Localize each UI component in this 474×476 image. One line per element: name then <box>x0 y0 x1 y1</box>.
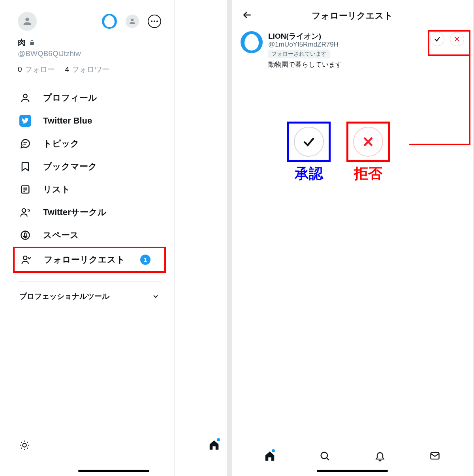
drawer-menu-list: プロフィール Twitter Blue トピック <box>18 86 161 273</box>
notification-dot <box>272 449 275 452</box>
annotation-labels: 承認 拒否 <box>287 164 390 184</box>
drawer-username[interactable]: 肉 <box>18 37 161 48</box>
microphone-icon <box>19 229 31 241</box>
avatar[interactable] <box>18 12 37 31</box>
search-icon <box>319 450 330 461</box>
menu-label: Twitterサークル <box>43 206 107 218</box>
menu-divider <box>18 281 161 282</box>
tab-notifications[interactable] <box>374 450 386 462</box>
bookmark-icon <box>19 161 31 172</box>
close-icon <box>361 135 375 148</box>
envelope-icon <box>429 450 440 461</box>
tab-search[interactable] <box>319 450 331 462</box>
menu-label: トピック <box>43 138 79 150</box>
svg-line-20 <box>27 442 28 443</box>
svg-point-7 <box>22 209 26 212</box>
requester-avatar[interactable] <box>241 31 263 53</box>
menu-item-circle[interactable]: Twitterサークル <box>18 201 161 224</box>
home-tab-peek[interactable] <box>208 439 220 452</box>
annotation-connector-v <box>469 56 470 145</box>
bell-icon <box>374 450 386 461</box>
account-switcher-egg-icon[interactable] <box>102 14 117 29</box>
tab-messages[interactable] <box>429 450 441 462</box>
chevron-down-icon <box>152 292 160 300</box>
menu-item-spaces[interactable]: スペース <box>18 224 161 247</box>
follow-requests-badge: 1 <box>140 255 150 265</box>
home-indicator <box>317 470 388 472</box>
followers-label: フォロワー <box>72 65 109 73</box>
display-settings-button[interactable] <box>19 440 30 452</box>
menu-item-twitter-blue[interactable]: Twitter Blue <box>18 109 161 132</box>
check-icon <box>302 135 316 149</box>
requester-bio: 動物園で暮らしています <box>268 60 425 69</box>
menu-item-follow-requests[interactable]: フォローリクエスト 1 <box>13 247 166 273</box>
menu-label: フォローリクエスト <box>44 254 125 266</box>
svg-line-16 <box>27 448 28 449</box>
lock-icon <box>29 39 35 46</box>
drawer-topbar <box>18 12 161 31</box>
following-label: フォロー <box>25 65 55 73</box>
follow-stats[interactable]: 0 フォロー 4 フォロワー <box>18 64 161 75</box>
svg-rect-9 <box>24 233 26 236</box>
menu-item-blurred <box>18 307 161 323</box>
tab-home[interactable] <box>264 450 276 462</box>
menu-label: ブックマーク <box>43 161 97 172</box>
menu-label: スペース <box>43 229 79 241</box>
svg-line-27 <box>327 458 329 460</box>
back-button[interactable] <box>242 10 252 22</box>
notification-dot <box>217 438 220 441</box>
background-column <box>174 0 227 476</box>
annotation-approve-box <box>287 122 331 162</box>
list-icon <box>19 184 31 195</box>
annotation-reject-label: 拒否 <box>346 164 390 184</box>
following-count: 0 <box>18 65 22 73</box>
menu-item-professional-tools[interactable]: プロフェッショナルツール <box>18 286 161 307</box>
requester-handle: @1mUoYf5RmdZR79H <box>268 41 425 49</box>
annotation-reject-box <box>346 122 390 162</box>
follow-requests-screen: フォローリクエスト LION(ライオン) @1mUoYf5RmdZR79H フォ… <box>232 0 473 476</box>
speech-bubble-icon <box>19 138 31 150</box>
menu-label: プロフィール <box>43 92 97 104</box>
more-accounts-button[interactable] <box>148 15 161 28</box>
svg-line-15 <box>21 442 22 443</box>
arrow-left-icon <box>242 10 252 20</box>
annotation-connector-h <box>409 144 470 145</box>
username-text: 肉 <box>18 37 26 48</box>
home-indicator <box>78 470 149 472</box>
menu-label: Twitter Blue <box>43 116 92 126</box>
reject-button-enlarged <box>353 127 383 157</box>
person-add-icon <box>20 254 32 266</box>
annotation-approve-label: 承認 <box>287 164 331 184</box>
account-switcher-avatar-icon[interactable] <box>126 15 139 28</box>
annotation-enlarged-buttons <box>287 122 390 162</box>
menu-item-profile[interactable]: プロフィール <box>18 86 161 109</box>
svg-line-19 <box>21 448 22 449</box>
menu-item-bookmarks[interactable]: ブックマーク <box>18 155 161 178</box>
svg-point-12 <box>23 443 26 447</box>
menu-item-lists[interactable]: リスト <box>18 178 161 201</box>
requester-name: LION(ライオン) <box>268 31 425 41</box>
person-icon <box>19 92 31 104</box>
drawer-menu-screen: 肉 @BWQB6QiJtzhiw 0 フォロー 4 フォロワー プロフィール <box>0 0 227 476</box>
twitter-blue-icon <box>19 115 31 127</box>
ellipsis-icon <box>151 21 158 22</box>
drawer-handle: @BWQB6QiJtzhiw <box>18 49 161 58</box>
menu-item-topics[interactable]: トピック <box>18 132 161 155</box>
followers-count: 4 <box>65 65 69 73</box>
page-title: フォローリクエスト <box>241 10 464 22</box>
svg-point-0 <box>23 94 27 98</box>
circle-icon <box>19 206 31 218</box>
sun-icon <box>19 440 30 451</box>
annotation-highlight-actions <box>428 30 470 56</box>
menu-label: リスト <box>43 184 70 195</box>
screen-header: フォローリクエスト <box>232 0 473 29</box>
svg-point-26 <box>321 452 327 459</box>
follows-you-badge: フォローされています <box>268 50 330 58</box>
svg-point-11 <box>23 256 27 260</box>
bottom-tab-bar <box>232 450 473 462</box>
pro-tools-label: プロフェッショナルツール <box>19 291 109 302</box>
approve-button-enlarged <box>294 127 324 157</box>
